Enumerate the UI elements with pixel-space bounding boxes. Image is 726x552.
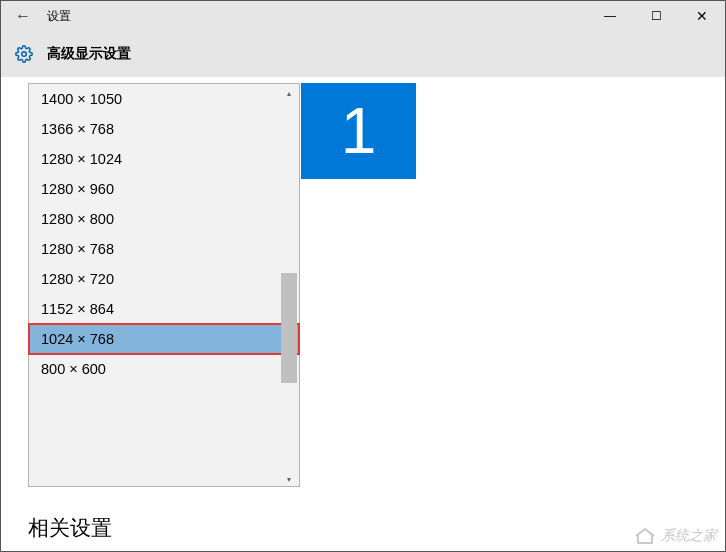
resolution-option[interactable]: 1280 × 1024 (29, 144, 299, 174)
svg-point-0 (22, 52, 27, 57)
page-title: 高级显示设置 (47, 45, 131, 63)
scroll-up-icon[interactable]: ▴ (281, 86, 297, 100)
related-settings-heading: 相关设置 (28, 514, 112, 542)
dropdown-scrollbar[interactable]: ▴ ▾ (282, 85, 298, 487)
scroll-down-icon[interactable]: ▾ (281, 472, 297, 486)
resolution-option[interactable]: 1366 × 768 (29, 114, 299, 144)
watermark-text: 系统之家 (661, 527, 717, 545)
resolution-option[interactable]: 800 × 600 (29, 354, 299, 384)
close-button[interactable]: ✕ (679, 1, 725, 31)
resolution-option[interactable]: 1152 × 864 (29, 294, 299, 324)
house-icon (633, 527, 657, 545)
monitor-number: 1 (341, 94, 377, 168)
maximize-button[interactable]: ☐ (633, 1, 679, 31)
window-title: 设置 (47, 8, 71, 25)
resolution-option[interactable]: 1280 × 720 (29, 264, 299, 294)
gear-icon (15, 45, 33, 63)
titlebar: ← 设置 — ☐ ✕ (1, 1, 725, 31)
resolution-option[interactable]: 1400 × 1050 (29, 84, 299, 114)
resolution-option[interactable]: 1024 × 768 (29, 324, 299, 354)
minimize-button[interactable]: — (587, 1, 633, 31)
resolution-option[interactable]: 1280 × 960 (29, 174, 299, 204)
content-area: 1 1400 × 10501366 × 7681280 × 10241280 ×… (1, 77, 725, 551)
monitor-preview[interactable]: 1 (301, 83, 416, 179)
settings-window: ← 设置 — ☐ ✕ 高级显示设置 1 1400 × 10501366 × 76… (0, 0, 726, 552)
page-header: 高级显示设置 (1, 31, 725, 77)
back-button[interactable]: ← (1, 1, 45, 31)
resolution-options: 1400 × 10501366 × 7681280 × 10241280 × 9… (29, 84, 299, 486)
watermark: 系统之家 (633, 527, 717, 545)
resolution-option[interactable]: 1280 × 800 (29, 204, 299, 234)
resolution-dropdown-list[interactable]: 1400 × 10501366 × 7681280 × 10241280 × 9… (28, 83, 300, 487)
window-controls: — ☐ ✕ (587, 1, 725, 31)
resolution-option[interactable]: 1280 × 768 (29, 234, 299, 264)
scrollbar-thumb[interactable] (281, 273, 297, 383)
